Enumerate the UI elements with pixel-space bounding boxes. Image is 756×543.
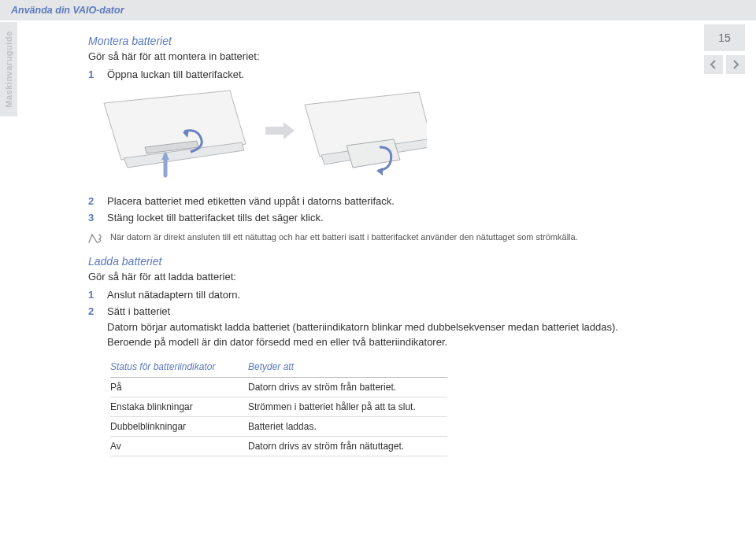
step-number: 2 xyxy=(88,304,96,350)
section-title-montera: Montera batteriet xyxy=(88,35,710,47)
note-row: När datorn är direkt ansluten till ett n… xyxy=(88,232,710,244)
table-row: Dubbelblinkningar Batteriet laddas. xyxy=(110,416,447,436)
page-number: 15 xyxy=(718,31,731,44)
step-head: Sätt i batteriet xyxy=(107,305,170,317)
content-area: Montera batteriet Gör så här för att mon… xyxy=(88,35,710,456)
table-row: Av Datorn drivs av ström från nätuttaget… xyxy=(110,436,447,456)
cell-status: Enstaka blinkningar xyxy=(110,397,248,416)
table-row: På Datorn drivs av ström från batteriet. xyxy=(110,377,447,397)
cell-status: Av xyxy=(110,436,248,456)
cell-status: Dubbelblinkningar xyxy=(110,416,248,436)
table-header-status: Status för batteriindikator xyxy=(110,358,248,378)
note-icon xyxy=(88,233,102,244)
step-number: 3 xyxy=(88,210,96,226)
cell-meaning: Datorn drivs av ström från nätuttaget. xyxy=(248,436,447,456)
section-title-ladda: Ladda batteriet xyxy=(88,255,710,268)
step-text: Öppna luckan till batterifacket. xyxy=(107,67,710,83)
step-item: 1 Öppna luckan till batterifacket. xyxy=(88,67,710,83)
step-number: 1 xyxy=(88,287,96,303)
step-item: 3 Stäng locket till batterifacket tills … xyxy=(88,210,710,226)
svg-marker-6 xyxy=(265,122,295,139)
steps-montera-cont: 2 Placera batteriet med etiketten vänd u… xyxy=(88,194,710,226)
step-number: 2 xyxy=(88,194,96,209)
indicator-table: Status för batteriindikator Betyder att … xyxy=(110,358,447,456)
step-text: Stäng locket till batterifacket tills de… xyxy=(107,210,710,226)
header-title: Använda din VAIO-dator xyxy=(11,5,124,16)
svg-marker-10 xyxy=(376,168,383,175)
intro-ladda: Gör så här för att ladda batteriet: xyxy=(88,271,710,283)
step-text: Placera batteriet med etiketten vänd upp… xyxy=(107,194,710,209)
side-tab: Maskinvaruguide xyxy=(0,22,17,116)
cell-meaning: Strömmen i batteriet håller på att ta sl… xyxy=(248,397,447,416)
step-p1: Datorn börjar automatiskt ladda batterie… xyxy=(107,321,618,333)
next-page-button[interactable] xyxy=(726,55,745,74)
step-body: Sätt i batteriet Datorn börjar automatis… xyxy=(107,304,710,350)
step-item: 1 Anslut nätadaptern till datorn. xyxy=(88,287,710,303)
table-row: Enstaka blinkningar Strömmen i batteriet… xyxy=(110,397,447,416)
step-item: 2 Sätt i batteriet Datorn börjar automat… xyxy=(88,304,710,350)
note-text: När datorn är direkt ansluten till ett n… xyxy=(110,232,578,242)
intro-montera: Gör så här för att montera in batteriet: xyxy=(88,50,710,62)
steps-montera: 1 Öppna luckan till batterifacket. xyxy=(88,67,710,83)
cell-meaning: Batteriet laddas. xyxy=(248,416,447,436)
steps-ladda: 1 Anslut nätadaptern till datorn. 2 Sätt… xyxy=(88,287,710,350)
step-number: 1 xyxy=(88,67,96,83)
cell-status: På xyxy=(110,377,248,397)
step-p2: Beroende på modell är din dator försedd … xyxy=(107,336,447,348)
step-item: 2 Placera batteriet med etiketten vänd u… xyxy=(88,194,710,209)
side-tab-label: Maskinvaruguide xyxy=(4,31,13,107)
cell-meaning: Datorn drivs av ström från batteriet. xyxy=(248,377,447,397)
battery-illustration xyxy=(96,89,710,186)
step-text: Anslut nätadaptern till datorn. xyxy=(107,287,710,303)
table-header-meaning: Betyder att xyxy=(248,358,447,378)
header-band: Använda din VAIO-dator xyxy=(0,0,756,20)
